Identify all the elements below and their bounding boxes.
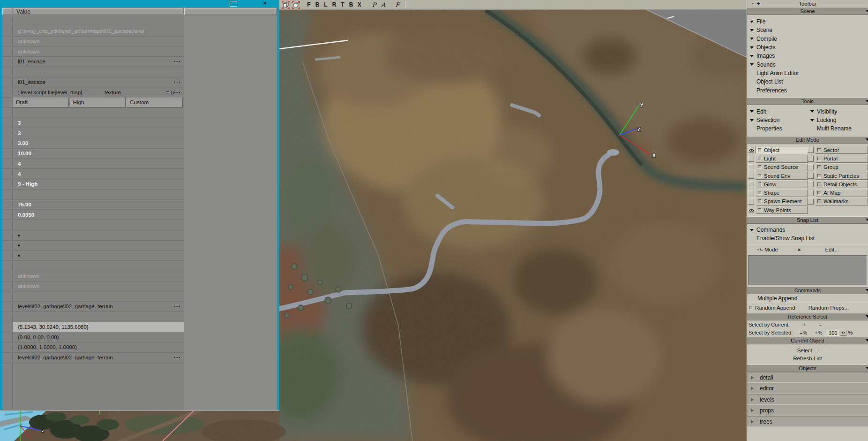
property-row[interactable]: {5.1343, 30.9240, 1135.6080}	[2, 322, 184, 333]
property-row[interactable]: levels\l02_garbage\l02_garbage_terrain ·…	[2, 302, 184, 312]
script-button[interactable]: A	[379, 1, 388, 8]
tree-item[interactable]: levels	[747, 394, 868, 405]
section-header-current-object[interactable]: Current Object	[747, 337, 868, 344]
view-button[interactable]: B	[313, 1, 322, 8]
property-row[interactable]: 3	[2, 128, 184, 138]
property-row[interactable]	[2, 261, 184, 271]
property-row[interactable]: •	[2, 241, 184, 251]
script-button[interactable]: P	[369, 1, 379, 8]
cube-view-icon[interactable]	[282, 1, 290, 9]
menu-item[interactable]: Light Anim Editor	[747, 69, 868, 77]
eye-toggle[interactable]	[748, 190, 754, 196]
property-row[interactable]	[2, 312, 184, 322]
menu-item[interactable]: Edit	[747, 107, 808, 116]
percent-input[interactable]: 100	[825, 330, 839, 336]
eye-toggle[interactable]	[808, 190, 814, 196]
property-row[interactable]: 0.0050	[2, 210, 184, 220]
eye-toggle[interactable]	[748, 181, 754, 187]
ellipsis-button[interactable]: ···	[174, 303, 184, 310]
property-row[interactable]	[2, 190, 184, 200]
mode-toggle-button[interactable]: Group	[815, 163, 868, 171]
menu-item[interactable]: Objects	[747, 43, 868, 52]
menu-item[interactable]: File	[747, 17, 868, 26]
section-header-edit-mode[interactable]: Edit Mode	[747, 136, 868, 144]
property-row[interactable]: 3.00	[2, 138, 184, 149]
menu-item[interactable]: Preferences	[747, 86, 868, 94]
section-header-snap-list[interactable]: Snap List	[747, 216, 868, 224]
view-button[interactable]: L	[322, 1, 330, 8]
menu-item[interactable]: Locking	[808, 116, 868, 124]
property-row[interactable]: 9 - High	[2, 179, 184, 190]
quality-button[interactable]: High	[70, 98, 126, 107]
tree-item[interactable]: trees	[747, 416, 868, 427]
menu-item[interactable]: Visibility	[808, 107, 868, 116]
view-button[interactable]: R	[330, 1, 338, 8]
eye-toggle[interactable]	[808, 164, 814, 170]
section-header-commands[interactable]: Commands	[747, 287, 868, 294]
select-plus-button[interactable]: +	[797, 322, 813, 327]
property-row[interactable]: unknown	[2, 46, 184, 57]
property-row[interactable]	[2, 16, 184, 26]
property-row[interactable]: {0.00, 0.00, 0.00}	[2, 332, 184, 342]
ellipsis-button[interactable]: ···	[174, 89, 184, 96]
random-props-button[interactable]: Random Props...	[808, 305, 849, 311]
eye-toggle[interactable]	[748, 147, 754, 153]
restore-icon[interactable]	[230, 1, 237, 7]
view-button[interactable]: B	[347, 1, 355, 8]
mode-toggle-button[interactable]: Detail Objects	[815, 180, 868, 188]
mode-toggle-button[interactable]: Spawn Element	[756, 198, 808, 205]
tree-item[interactable]: detail	[747, 372, 868, 383]
tree-item[interactable]: props	[747, 405, 868, 416]
grid-header-empty[interactable]	[2, 8, 12, 15]
random-append-label[interactable]: Random Append	[755, 305, 795, 311]
menu-item[interactable]: Selection	[747, 116, 808, 124]
enable-snap-list[interactable]: Enable/Show Snap List	[747, 234, 868, 243]
property-row[interactable]: 75.00	[2, 200, 184, 210]
property-row[interactable]: l01_escape ···	[2, 57, 184, 67]
equal-percent-button[interactable]: =%	[800, 330, 807, 335]
property-row[interactable]: {1.0000, 1.0000, 1.0000}	[2, 342, 184, 353]
snap-commands-menu[interactable]: Commands	[747, 226, 868, 234]
eye-toggle[interactable]	[748, 207, 754, 213]
script-row[interactable]: ; level script file[level_map] texture =…	[2, 87, 184, 98]
quality-button[interactable]: Draft	[13, 98, 69, 107]
ellipsis-button[interactable]: ···	[174, 79, 184, 85]
mode-toggle-button[interactable]: Sector	[815, 146, 868, 154]
snap-mode-button[interactable]: +/- Mode	[756, 247, 778, 252]
mode-toggle-button[interactable]: Wallmarks	[815, 198, 868, 205]
section-header-tools[interactable]: Tools	[747, 98, 868, 105]
select-minus-button[interactable]: -	[813, 322, 829, 327]
mode-toggle-button[interactable]: Light	[756, 155, 808, 163]
plus-percent-button[interactable]: +%	[815, 330, 822, 335]
eye-toggle[interactable]	[808, 156, 814, 162]
mode-toggle-button[interactable]: Static Particles	[815, 172, 868, 180]
view-button[interactable]: F	[305, 1, 313, 8]
checkbox-icon[interactable]	[749, 306, 753, 310]
view-button[interactable]: X	[355, 1, 364, 8]
grid-header-extra[interactable]	[184, 8, 277, 15]
eye-toggle[interactable]	[808, 147, 814, 153]
spinner-button[interactable]	[840, 330, 846, 336]
mode-toggle-button[interactable]: Sound Env	[756, 172, 808, 180]
menu-item[interactable]: Compile	[747, 35, 868, 43]
cube-view-alt-icon[interactable]	[292, 1, 300, 9]
property-row[interactable]: •	[2, 251, 184, 261]
eye-toggle[interactable]	[748, 173, 754, 179]
property-row[interactable]	[2, 220, 184, 230]
property-row[interactable]: 4	[2, 169, 184, 179]
mode-toggle-button[interactable]: Portal	[815, 155, 868, 163]
multiple-append-button[interactable]: Multiple Append	[747, 294, 868, 303]
window-titlebar[interactable]: ×	[0, 0, 279, 7]
menu-item[interactable]: Multi Rename	[808, 124, 868, 133]
section-header-objects[interactable]: Objects	[747, 365, 868, 372]
menu-item[interactable]: Scene	[747, 26, 868, 34]
eye-toggle[interactable]	[808, 181, 814, 187]
ellipsis-button[interactable]: ···	[174, 58, 184, 65]
refresh-list-button[interactable]: Refresh List	[747, 355, 868, 363]
property-row[interactable]: g:\x-ray_cop_sdk\level_editor\maps\l01_e…	[2, 26, 184, 37]
eye-toggle[interactable]	[808, 198, 814, 205]
eye-toggle[interactable]	[748, 164, 754, 170]
mode-toggle-button[interactable]: Object	[756, 146, 808, 154]
section-header-reference-select[interactable]: Reference Select	[747, 313, 868, 320]
property-row[interactable]	[2, 291, 184, 302]
